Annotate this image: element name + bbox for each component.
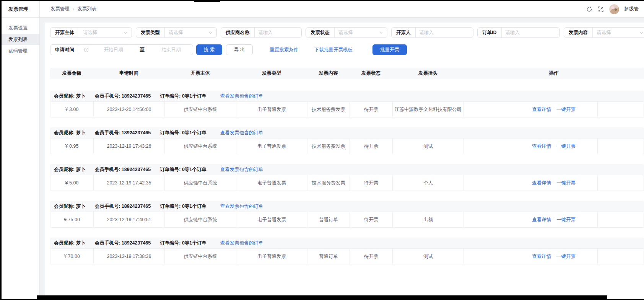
order-number: 订单编号: 0等1个订单 — [160, 130, 207, 136]
date-to-text: 至 — [135, 47, 150, 53]
cell-2: 供应链中台系统 — [165, 102, 236, 117]
filter-placeholder-4: 请输入 — [416, 29, 473, 36]
order-number: 订单编号: 0等1个订单 — [160, 240, 207, 246]
filter-row-1: 开票主体请选择发票类型请选择供应商名称请输入发票状态请选择开票人请输入订单ID请… — [50, 27, 644, 38]
filter-label-3: 发票状态 — [306, 28, 335, 38]
sidebar-item-2[interactable]: 赋码管理 — [2, 45, 39, 57]
sidebar-title: 发票管理 — [2, 1, 39, 18]
filter-select-6[interactable]: 发票内容请选择 — [564, 27, 644, 38]
filter-label-2: 供应商名称 — [221, 28, 255, 38]
view-details-link[interactable]: 查看详情 — [532, 180, 551, 186]
cell-4: 普通订单 — [307, 212, 350, 227]
actions-column-divider — [597, 102, 598, 117]
view-included-orders-link[interactable]: 查看发票包含的订单 — [220, 240, 263, 246]
view-included-orders-link[interactable]: 查看发票包含的订单 — [220, 93, 263, 99]
member-nickname: 会员昵称: 萝卜 — [54, 93, 86, 99]
filter-select-3[interactable]: 发票状态请选择 — [306, 27, 387, 38]
cell-2: 供应链中台系统 — [165, 139, 236, 154]
one-click-invoice-link[interactable]: 一键开票 — [556, 106, 576, 113]
cell-2: 供应链中台系统 — [165, 212, 236, 227]
search-button[interactable]: 搜 索 — [196, 44, 222, 55]
view-details-link[interactable]: 查看详情 — [532, 253, 551, 260]
breadcrumb-item-invoice-management[interactable]: 发票管理 — [50, 6, 70, 12]
one-click-invoice-link[interactable]: 一键开票 — [556, 217, 576, 223]
topbar: 发票管理 › 发票列表 — [40, 1, 644, 18]
filter-select-0[interactable]: 开票主体请选择 — [50, 27, 132, 38]
one-click-invoice-link[interactable]: 一键开票 — [556, 180, 576, 186]
sidebar-item-1[interactable]: 发票列表 — [2, 34, 39, 45]
cell-4: 普通订单 — [307, 249, 350, 264]
download-batch-template-link[interactable]: 下载批量开票模板 — [314, 47, 353, 53]
cell-5: 待开票 — [350, 249, 393, 264]
export-button[interactable]: 导 出 — [226, 44, 253, 55]
view-details-link[interactable]: 查看详情 — [532, 143, 551, 150]
cell-0: ¥ 0.95 — [50, 139, 94, 154]
cell-0: ¥ 75.00 — [50, 212, 94, 227]
actions-cell: 查看详情一键开票 — [464, 175, 644, 191]
member-nickname: 会员昵称: 萝卜 — [54, 166, 86, 173]
cell-1: 2023-12-20 14:56:00 — [94, 102, 165, 117]
cell-5: 待开票 — [350, 212, 393, 227]
filter-select-1[interactable]: 发票类型请选择 — [136, 27, 217, 38]
filter-placeholder-0: 请选择 — [79, 29, 124, 36]
actions-cell: 查看详情一键开票 — [464, 102, 644, 117]
filter-label-6: 发票内容 — [564, 28, 593, 38]
actions-cell: 查看详情一键开票 — [464, 249, 644, 264]
view-included-orders-link[interactable]: 查看发票包含的订单 — [220, 203, 263, 210]
table-header-cell-6: 发票抬头 — [392, 70, 463, 77]
cell-2: 供应链中台系统 — [165, 175, 236, 191]
batch-invoice-button[interactable]: 批量开票 — [372, 44, 407, 55]
table-row: ¥ 75.002023-12-19 17:40:51供应链中台系统电子普通发票普… — [50, 212, 644, 228]
view-details-link[interactable]: 查看详情 — [532, 106, 551, 113]
filter-input-5[interactable]: 订单ID请输入 — [477, 27, 560, 38]
refresh-icon[interactable] — [586, 6, 592, 12]
invoice-list-card: 开票主体请选择发票类型请选择供应商名称请输入发票状态请选择开票人请输入订单ID请… — [45, 23, 644, 299]
filter-input-2[interactable]: 供应商名称请输入 — [221, 27, 302, 38]
end-date-placeholder[interactable]: 结束日期 — [150, 47, 193, 53]
cell-6: 测试 — [393, 249, 464, 264]
sidebar: 发票管理 发票设置发票列表赋码管理 — [2, 1, 40, 299]
cell-6: 个人 — [393, 175, 464, 191]
view-details-link[interactable]: 查看详情 — [532, 217, 551, 223]
filter-placeholder-3: 请选择 — [335, 29, 379, 36]
invoice-group-0: 会员昵称: 萝卜会员手机号: 18924237465订单编号: 0等1个订单查看… — [50, 91, 644, 117]
chevron-down-icon — [124, 31, 128, 35]
apply-time-label: 申请时间 — [50, 45, 79, 55]
member-nickname: 会员昵称: 萝卜 — [54, 203, 86, 210]
actions-cell: 查看详情一键开票 — [464, 139, 644, 154]
invoice-group-3: 会员昵称: 萝卜会员手机号: 18924237465订单编号: 0等1个订单查看… — [50, 201, 644, 228]
table-header-cell-1: 申请时间 — [93, 70, 164, 77]
cell-4: 技术服务费发票 — [307, 102, 350, 117]
one-click-invoice-link[interactable]: 一键开票 — [556, 253, 576, 260]
one-click-invoice-link[interactable]: 一键开票 — [556, 143, 576, 150]
fullscreen-icon[interactable] — [598, 6, 604, 12]
cell-5: 待开票 — [350, 139, 393, 154]
cell-6: 江苏中源数字文化科技有限公司 — [393, 102, 464, 117]
user-name[interactable]: 超级管 — [624, 6, 639, 12]
filter-placeholder-2: 请输入 — [255, 29, 302, 36]
table-row: ¥ 5.002023-12-19 17:42:35供应链中台系统电子普通发票技术… — [50, 175, 644, 191]
cell-3: 电子普通发票 — [236, 139, 307, 154]
apply-time-range-picker[interactable]: 申请时间 开始日期 至 结束日期 — [50, 44, 193, 55]
cell-6: 测试 — [393, 139, 464, 154]
member-phone: 会员手机号: 18924237465 — [95, 240, 151, 246]
actions-column-divider — [597, 139, 598, 154]
cell-2: 供应链中台系统 — [165, 249, 236, 264]
member-nickname: 会员昵称: 萝卜 — [54, 130, 86, 136]
filter-input-4[interactable]: 开票人请输入 — [391, 27, 473, 38]
table-header-cell-5: 发票状态 — [350, 70, 392, 77]
table-header-cell-4: 发票内容 — [307, 70, 350, 77]
content-area: 开票主体请选择发票类型请选择供应商名称请输入发票状态请选择开票人请输入订单ID请… — [40, 18, 644, 299]
avatar[interactable] — [609, 4, 619, 14]
table-header-cell-3: 发票类型 — [236, 70, 307, 77]
sidebar-item-0[interactable]: 发票设置 — [2, 22, 39, 34]
view-included-orders-link[interactable]: 查看发票包含的订单 — [220, 166, 263, 173]
view-included-orders-link[interactable]: 查看发票包含的订单 — [220, 130, 263, 136]
cell-3: 电子普通发票 — [236, 249, 307, 264]
start-date-placeholder[interactable]: 开始日期 — [92, 47, 135, 53]
sidebar-nav: 发票设置发票列表赋码管理 — [2, 18, 39, 57]
invoice-group-4: 会员昵称: 萝卜会员手机号: 18924237465订单编号: 0等1个订单查看… — [50, 238, 644, 264]
reset-search-link[interactable]: 重置搜索条件 — [270, 47, 298, 53]
breadcrumb-separator-icon: › — [73, 6, 74, 12]
filter-row-2: 申请时间 开始日期 至 结束日期 搜 索 导 出 重置搜索条件 下载批量开票模板 — [50, 44, 644, 55]
